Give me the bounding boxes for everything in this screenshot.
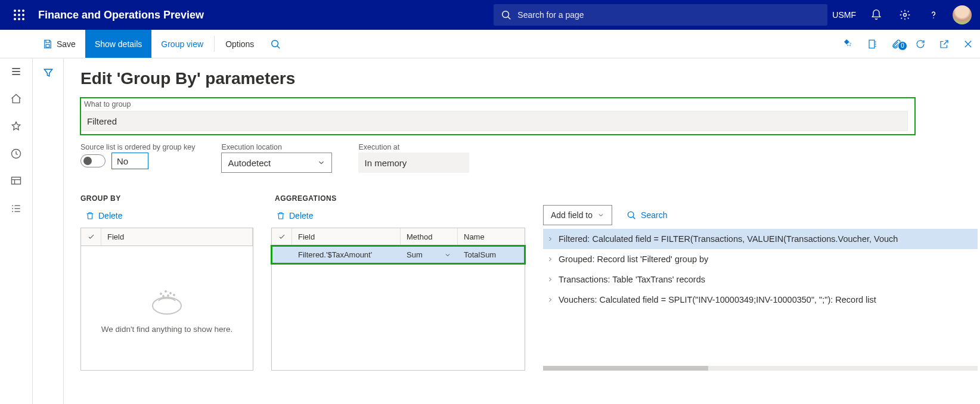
what-to-group-value: Filtered xyxy=(87,116,117,126)
group-view-button[interactable]: Group view xyxy=(151,30,213,58)
svg-point-3 xyxy=(14,14,16,16)
caret-right-icon[interactable] xyxy=(547,296,559,303)
search-label: Search xyxy=(641,210,667,220)
agg-field-cell[interactable]: Filtered.'$TaxAmount' xyxy=(292,246,401,263)
svg-point-39 xyxy=(168,294,169,296)
search-icon xyxy=(627,210,636,220)
attachments-button[interactable]: 0 xyxy=(885,39,908,49)
open-pane-icon[interactable] xyxy=(861,39,885,49)
page-title: Edit 'Group By' parameters xyxy=(80,69,980,88)
datasource-tree: Filtered: Calculated field = FILTER(Tran… xyxy=(543,229,978,310)
svg-point-34 xyxy=(160,293,162,294)
app-launcher-icon[interactable] xyxy=(5,1,33,29)
svg-point-5 xyxy=(22,14,24,16)
tree-item-transactions[interactable]: Transactions: Table 'TaxTrans' records xyxy=(543,269,978,290)
agg-name-cell[interactable]: TotalSum xyxy=(458,246,525,263)
agg-row-marker[interactable] xyxy=(272,246,292,263)
caret-right-icon[interactable] xyxy=(547,256,559,263)
modules-icon[interactable] xyxy=(10,203,22,215)
recent-icon[interactable] xyxy=(10,148,22,160)
trash-icon xyxy=(85,211,95,220)
settings-icon[interactable] xyxy=(892,1,918,29)
groupby-field-header[interactable]: Field xyxy=(101,228,253,245)
notifications-icon[interactable] xyxy=(863,1,889,29)
svg-rect-17 xyxy=(869,40,874,48)
show-details-button[interactable]: Show details xyxy=(85,30,151,58)
agg-field-header[interactable]: Field xyxy=(292,228,401,245)
groupby-empty-state: We didn't find anything to show here. xyxy=(81,246,253,370)
datasource-search-button[interactable]: Search xyxy=(627,210,667,220)
tree-item-label: Transactions: Table 'TaxTrans' records xyxy=(559,275,705,284)
svg-point-4 xyxy=(18,14,20,16)
tree-item-filtered[interactable]: Filtered: Calculated field = FILTER(Tran… xyxy=(543,229,978,249)
save-label: Save xyxy=(57,39,76,49)
filter-icon[interactable] xyxy=(42,67,54,404)
exec-at-label: Execution at xyxy=(358,143,469,151)
svg-point-40 xyxy=(628,212,634,217)
global-navbar: Finance and Operations Preview Search fo… xyxy=(0,0,980,30)
agg-method-cell[interactable]: Sum xyxy=(401,246,458,263)
svg-line-15 xyxy=(278,46,280,48)
empty-box-icon xyxy=(148,283,186,316)
close-button[interactable] xyxy=(956,39,980,49)
tree-item-grouped[interactable]: Grouped: Record list 'Filtered' group by xyxy=(543,249,978,269)
agg-name-header[interactable]: Name xyxy=(458,228,525,245)
chevron-down-icon xyxy=(317,159,325,167)
main-content: Edit 'Group By' parameters What to group… xyxy=(64,58,980,404)
svg-point-6 xyxy=(14,18,16,20)
groupby-section-header: GROUP BY xyxy=(80,194,253,203)
agg-method-header[interactable]: Method xyxy=(401,228,458,245)
aggregations-delete-button[interactable]: Delete xyxy=(271,209,318,223)
save-button[interactable]: Save xyxy=(33,30,85,58)
groupby-check-header[interactable] xyxy=(81,228,101,245)
caret-right-icon[interactable] xyxy=(547,276,559,283)
exec-location-select[interactable]: Autodetect xyxy=(221,153,332,173)
agg-method-value: Sum xyxy=(407,250,423,259)
refresh-icon[interactable] xyxy=(908,39,932,49)
search-placeholder: Search for a page xyxy=(517,10,584,20)
tree-item-label: Grouped: Record list 'Filtered' group by xyxy=(559,254,708,264)
tree-item-label: Vouchers: Calculated field = SPLIT("INV-… xyxy=(559,295,876,304)
horizontal-scrollbar[interactable] xyxy=(543,366,978,371)
svg-point-14 xyxy=(272,40,278,46)
groupby-delete-button[interactable]: Delete xyxy=(80,209,127,223)
help-icon[interactable] xyxy=(920,1,947,29)
company-picker[interactable]: USMF xyxy=(827,10,861,20)
aggregations-row[interactable]: Filtered.'$TaxAmount' Sum TotalSum xyxy=(272,246,525,263)
source-ordered-label: Source list is ordered by group key xyxy=(80,143,195,151)
popout-icon[interactable] xyxy=(932,39,956,49)
personalize-icon[interactable] xyxy=(837,39,861,49)
source-ordered-toggle[interactable] xyxy=(80,154,106,167)
source-ordered-value[interactable]: No xyxy=(111,153,148,169)
groupby-empty-text: We didn't find anything to show here. xyxy=(101,325,233,334)
user-avatar[interactable] xyxy=(949,1,975,29)
hamburger-icon[interactable] xyxy=(10,66,22,77)
chevron-down-icon xyxy=(597,212,604,219)
add-field-to-button[interactable]: Add field to xyxy=(543,205,612,225)
svg-line-10 xyxy=(508,17,510,19)
workspaces-icon[interactable] xyxy=(10,175,22,187)
exec-location-label: Execution location xyxy=(221,143,332,151)
options-button[interactable]: Options xyxy=(216,30,263,58)
svg-point-8 xyxy=(22,18,24,20)
app-title: Finance and Operations Preview xyxy=(38,9,204,21)
trash-icon xyxy=(276,211,286,220)
svg-rect-13 xyxy=(46,44,49,47)
find-icon[interactable] xyxy=(263,30,287,58)
svg-point-35 xyxy=(165,290,167,292)
what-to-group-input[interactable]: Filtered xyxy=(80,111,908,131)
agg-check-header[interactable] xyxy=(272,228,292,245)
home-icon[interactable] xyxy=(10,93,22,105)
save-icon xyxy=(42,39,53,49)
global-search-input[interactable]: Search for a page xyxy=(494,4,827,26)
svg-point-36 xyxy=(170,292,172,294)
favorites-icon[interactable] xyxy=(10,120,22,132)
caret-right-icon[interactable] xyxy=(547,235,559,243)
scrollbar-thumb[interactable] xyxy=(543,366,708,371)
svg-point-9 xyxy=(503,11,509,18)
svg-point-33 xyxy=(153,297,181,314)
svg-point-7 xyxy=(18,18,20,20)
svg-point-0 xyxy=(14,10,16,12)
svg-point-12 xyxy=(933,17,934,18)
tree-item-vouchers[interactable]: Vouchers: Calculated field = SPLIT("INV-… xyxy=(543,290,978,310)
